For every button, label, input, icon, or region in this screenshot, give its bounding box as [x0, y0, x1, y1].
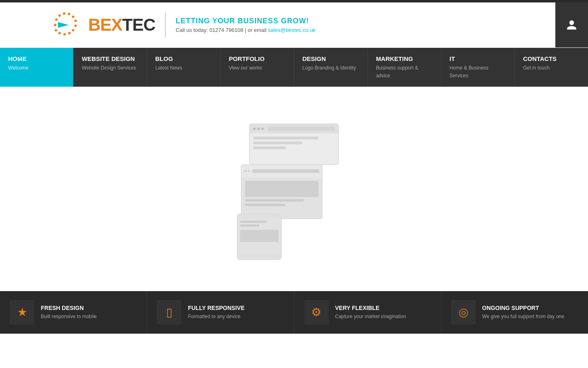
- tagline: LETTING YOUR BUSINESS GROW! Call us toda…: [176, 17, 316, 33]
- main-nav: HOME Welcome WEBSITE DESIGN Website Desi…: [0, 48, 588, 87]
- feature-item-fresh-design: ★ FRESH DESIGN Built responsive to mobil…: [0, 291, 147, 334]
- feature-bar: ★ FRESH DESIGN Built responsive to mobil…: [0, 291, 588, 334]
- device-mockups: [237, 123, 351, 254]
- svg-point-1: [55, 18, 58, 21]
- nav-sub-blog: Latest News: [155, 65, 182, 71]
- nav-sub-home: Welcome: [8, 65, 29, 71]
- svg-point-0: [54, 24, 56, 26]
- nav-sub-design: Logo Branding & Identity: [303, 65, 356, 71]
- svg-point-2: [58, 14, 61, 17]
- nav-title-home: HOME: [8, 55, 65, 62]
- nav-sub-portfolio: View our works: [229, 65, 262, 71]
- tagline-sub: Call us today: 01274 796108 | or email s…: [176, 27, 316, 33]
- nav-item-marketing[interactable]: MARKETING Business support & advice: [368, 48, 441, 87]
- tagline-sub-text: Call us today: 01274 796108 | or email: [176, 27, 268, 33]
- nav-sub-it: Home & Business Services: [450, 65, 488, 79]
- nav-title-marketing: MARKETING: [376, 55, 433, 62]
- tablet-mockup: [241, 164, 323, 219]
- main-content: [0, 87, 588, 291]
- nav-item-home[interactable]: HOME Welcome: [0, 48, 74, 87]
- dot2: [257, 128, 260, 130]
- nav-title-contacts: CONTACTS: [523, 55, 580, 62]
- feature-text-very-flexible: VERY FLEXIBLE Capture your market imagin…: [335, 305, 406, 320]
- nav-item-portfolio[interactable]: PORTFOLIO View our works: [220, 48, 294, 87]
- feature-icon-wrap-very-flexible: ⚙: [304, 300, 329, 325]
- nav-sub-marketing: Business support & advice: [376, 65, 418, 79]
- content-line: [253, 141, 302, 144]
- logo-divider: [165, 13, 166, 37]
- svg-point-6: [74, 20, 77, 22]
- svg-point-4: [68, 13, 70, 15]
- logo-area: BEXTEC: [49, 11, 155, 39]
- header: BEXTEC LETTING YOUR BUSINESS GROW! Call …: [0, 2, 588, 48]
- browser-mockup: [249, 123, 339, 165]
- user-icon: [566, 19, 577, 31]
- phone-mockup: [237, 213, 282, 260]
- feature-desc-ongoing-support: We give you full support from day one: [482, 313, 564, 320]
- svg-point-3: [63, 12, 65, 15]
- svg-marker-13: [58, 22, 69, 28]
- feature-title-very-flexible: VERY FLEXIBLE: [335, 305, 406, 311]
- feature-text-fully-responsive: FULLY RESPONSIVE Formatted to any device: [188, 305, 244, 320]
- feature-icon-fully-responsive: ▯: [166, 305, 172, 319]
- feature-icon-wrap-fresh-design: ★: [10, 300, 34, 325]
- tagline-title: LETTING YOUR BUSINESS GROW!: [176, 17, 316, 25]
- svg-point-8: [72, 29, 74, 31]
- nav-title-blog: BLOG: [155, 55, 212, 62]
- feature-text-fresh-design: FRESH DESIGN Built responsive to mobile: [41, 305, 97, 320]
- feature-title-ongoing-support: ONGOING SUPPORT: [482, 305, 564, 311]
- feature-desc-fully-responsive: Formatted to any device: [188, 313, 244, 320]
- header-user-button[interactable]: [555, 2, 588, 47]
- dot3: [261, 128, 264, 130]
- nav-item-contacts[interactable]: CONTACTS Get in touch: [515, 48, 588, 87]
- nav-item-website-design[interactable]: WEBSITE DESIGN Website Design Services: [74, 48, 147, 87]
- nav-title-portfolio: PORTFOLIO: [229, 55, 285, 62]
- feature-text-ongoing-support: ONGOING SUPPORT We give you full support…: [482, 305, 564, 320]
- feature-item-ongoing-support: ◎ ONGOING SUPPORT We give you full suppo…: [441, 291, 588, 334]
- logo-text: BEXTEC: [88, 15, 155, 35]
- logo-tec: TEC: [122, 15, 155, 34]
- feature-desc-very-flexible: Capture your market imagination: [335, 313, 406, 320]
- nav-item-blog[interactable]: BLOG Latest News: [147, 48, 220, 87]
- nav-item-design[interactable]: DESIGN Logo Branding & Identity: [294, 48, 368, 87]
- feature-title-fully-responsive: FULLY RESPONSIVE: [188, 305, 244, 311]
- content-line: [253, 146, 286, 149]
- feature-item-very-flexible: ⚙ VERY FLEXIBLE Capture your market imag…: [294, 291, 441, 334]
- svg-point-11: [58, 32, 61, 34]
- feature-item-fully-responsive: ▯ FULLY RESPONSIVE Formatted to any devi…: [147, 291, 294, 334]
- svg-point-12: [55, 29, 57, 31]
- feature-icon-very-flexible: ⚙: [311, 305, 321, 319]
- dot1: [253, 128, 256, 130]
- tagline-email[interactable]: sales@bextec.co.uk: [268, 27, 316, 33]
- feature-icon-wrap-ongoing-support: ◎: [451, 300, 476, 325]
- feature-desc-fresh-design: Built responsive to mobile: [41, 313, 97, 320]
- nav-sub-contacts: Get in touch: [523, 65, 550, 71]
- svg-point-10: [63, 33, 66, 36]
- svg-point-9: [68, 32, 71, 34]
- nav-title-website-design: WEBSITE DESIGN: [82, 55, 138, 62]
- nav-sub-website-design: Website Design Services: [82, 65, 136, 71]
- logo-bex: BEX: [88, 15, 122, 34]
- content-line: [253, 137, 318, 139]
- address-bar: [268, 127, 335, 131]
- nav-title-design: DESIGN: [303, 55, 359, 62]
- nav-title-it: IT: [450, 55, 506, 62]
- feature-icon-wrap-fully-responsive: ▯: [157, 300, 181, 325]
- svg-point-5: [72, 16, 74, 18]
- nav-item-it[interactable]: IT Home & Business Services: [441, 48, 515, 87]
- feature-title-fresh-design: FRESH DESIGN: [41, 305, 97, 311]
- feature-icon-fresh-design: ★: [17, 305, 27, 319]
- feature-icon-ongoing-support: ◎: [459, 305, 468, 319]
- svg-point-7: [74, 25, 77, 27]
- logo-icon: [49, 11, 82, 39]
